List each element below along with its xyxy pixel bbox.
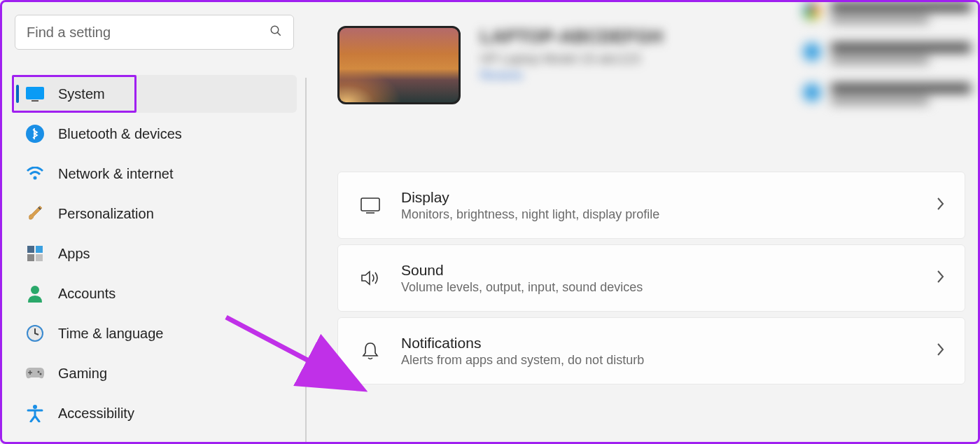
device-info-blurred: LAPTOP-ABCDEFGH HP Laptop Model 15-abc12… [480, 26, 663, 82]
svg-rect-16 [361, 198, 379, 211]
chevron-right-icon [935, 342, 945, 360]
apps-icon [24, 243, 46, 264]
setting-notifications[interactable]: Notifications Alerts from apps and syste… [337, 317, 965, 384]
sidebar-item-gaming[interactable]: Gaming [15, 354, 297, 392]
svg-point-14 [40, 373, 42, 375]
svg-rect-6 [27, 246, 34, 253]
svg-rect-7 [36, 246, 43, 253]
sidebar-item-apps[interactable]: Apps [15, 235, 297, 272]
sidebar-item-time-language[interactable]: Time & language [15, 314, 297, 352]
sidebar-item-bluetooth[interactable]: Bluetooth & devices [15, 115, 297, 153]
svg-point-0 [271, 26, 279, 34]
svg-line-1 [277, 32, 281, 36]
sidebar-item-label: Accounts [58, 286, 115, 302]
nav-list: System Bluetooth & devices Network & int… [15, 75, 297, 432]
svg-rect-3 [31, 100, 38, 102]
svg-rect-8 [27, 254, 34, 261]
sidebar-item-personalization[interactable]: Personalization [15, 195, 297, 233]
sidebar-item-label: Accessibility [58, 405, 134, 422]
sidebar-item-system[interactable]: System [15, 75, 297, 113]
search-input[interactable] [27, 25, 270, 41]
sidebar-item-label: Time & language [58, 326, 163, 342]
svg-rect-2 [26, 87, 44, 99]
svg-point-13 [38, 371, 40, 373]
sidebar: System Bluetooth & devices Network & int… [2, 2, 307, 442]
sidebar-item-label: Gaming [58, 366, 107, 382]
system-icon [24, 83, 46, 104]
svg-rect-9 [36, 254, 43, 261]
sidebar-item-accounts[interactable]: Accounts [15, 275, 297, 312]
sidebar-item-label: Personalization [58, 206, 154, 222]
display-icon [358, 197, 383, 214]
brush-icon [24, 203, 46, 224]
setting-title: Sound [401, 262, 935, 279]
chevron-right-icon [935, 269, 945, 287]
bell-icon [358, 341, 383, 361]
sidebar-item-label: Apps [58, 246, 90, 262]
chevron-right-icon [935, 196, 945, 214]
setting-subtitle: Alerts from apps and system, do not dist… [401, 353, 935, 368]
bluetooth-icon [24, 123, 46, 144]
setting-subtitle: Volume levels, output, input, sound devi… [401, 280, 935, 295]
sidebar-item-label: Network & internet [58, 166, 174, 182]
quick-links-blurred [803, 2, 971, 124]
main-content: LAPTOP-ABCDEFGH HP Laptop Model 15-abc12… [307, 2, 978, 442]
setting-title: Notifications [401, 335, 935, 352]
device-thumbnail[interactable] [337, 26, 461, 104]
system-settings-list: Display Monitors, brightness, night ligh… [337, 172, 965, 384]
setting-subtitle: Monitors, brightness, night light, displ… [401, 207, 935, 222]
clock-globe-icon [24, 323, 46, 344]
setting-display[interactable]: Display Monitors, brightness, night ligh… [337, 172, 965, 239]
setting-title: Display [401, 189, 935, 206]
sidebar-item-label: Bluetooth & devices [58, 126, 182, 142]
sidebar-item-network[interactable]: Network & internet [15, 155, 297, 193]
search-icon [270, 25, 282, 40]
search-box[interactable] [15, 15, 294, 50]
svg-point-5 [34, 176, 37, 180]
wifi-icon [24, 163, 46, 184]
gamepad-icon [24, 363, 46, 384]
setting-sound[interactable]: Sound Volume levels, output, input, soun… [337, 244, 965, 312]
svg-point-10 [31, 286, 39, 294]
sidebar-item-label: System [58, 86, 105, 102]
accessibility-icon [24, 403, 46, 424]
sound-icon [358, 269, 383, 287]
sidebar-item-accessibility[interactable]: Accessibility [15, 394, 297, 432]
svg-point-15 [33, 405, 37, 409]
person-icon [24, 283, 46, 304]
